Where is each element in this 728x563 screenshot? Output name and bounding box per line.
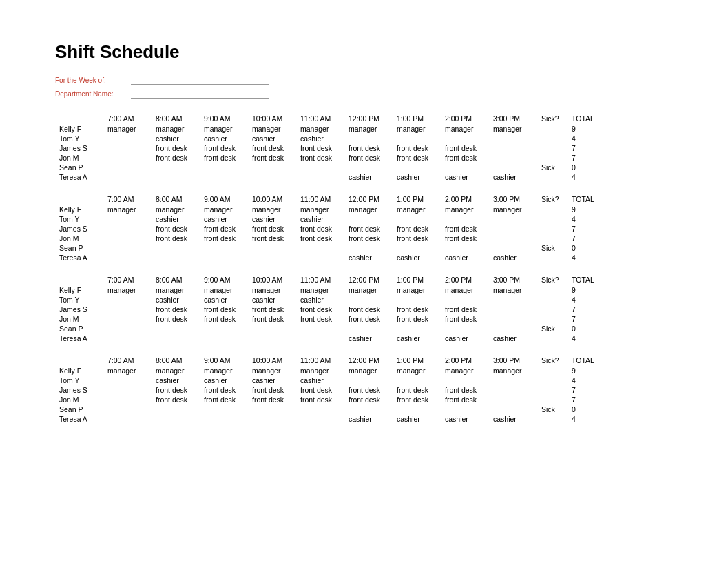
shift-cell-5: [344, 295, 393, 305]
employee-name: Jon M: [55, 153, 103, 163]
shift-cell-7: front desk: [441, 385, 489, 395]
shift-cell-5: front desk: [344, 224, 393, 234]
shift-cell-4: front desk: [296, 224, 344, 234]
shift-cell-9: Sick: [537, 405, 568, 414]
shift-cell-8: [489, 214, 537, 224]
shift-cell-0: [103, 295, 152, 305]
shift-cell-1: front desk: [152, 143, 200, 153]
header-col-8: 3:00 PM: [489, 275, 537, 285]
header-col-6: 1:00 PM: [393, 275, 441, 285]
shift-cell-10: 0: [568, 243, 599, 253]
shift-cell-1: cashier: [152, 134, 200, 143]
shift-cell-8: cashier: [489, 172, 537, 182]
shift-cell-5: front desk: [344, 153, 393, 163]
shift-cell-10: 4: [568, 134, 599, 143]
shift-cell-0: [103, 385, 152, 395]
shift-cell-1: manager: [152, 285, 200, 295]
schedule-block-4: 7:00 AM8:00 AM9:00 AM10:00 AM11:00 AM12:…: [55, 356, 673, 424]
table-row: Kelly Fmanagermanagermanagermanagermanag…: [55, 366, 599, 376]
shift-cell-2: cashier: [200, 376, 248, 385]
header-col-3: 10:00 AM: [248, 194, 296, 205]
shift-cell-0: [103, 153, 152, 163]
shift-cell-7: [441, 324, 489, 334]
shift-cell-6: cashier: [393, 414, 441, 424]
shift-cell-10: 4: [568, 376, 599, 385]
shift-cell-5: [344, 376, 393, 385]
shift-cell-6: [393, 214, 441, 224]
week-input[interactable]: [131, 75, 269, 85]
employee-name: James S: [55, 305, 103, 314]
shift-cell-6: cashier: [393, 172, 441, 182]
shift-cell-2: [200, 172, 248, 182]
table-row: Jon Mfront deskfront deskfront deskfront…: [55, 153, 599, 163]
header-col-8: 3:00 PM: [489, 194, 537, 205]
employee-name: Tom Y: [55, 134, 103, 143]
shift-cell-9: [537, 234, 568, 243]
table-row: Sean PSick0: [55, 324, 599, 334]
shift-cell-0: [103, 324, 152, 334]
shift-cell-1: [152, 414, 200, 424]
shift-cell-0: manager: [103, 124, 152, 134]
header-col-9: Sick?: [537, 275, 568, 285]
shift-cell-9: [537, 214, 568, 224]
shift-cell-9: Sick: [537, 163, 568, 172]
shift-cell-6: [393, 243, 441, 253]
shift-cell-7: manager: [441, 285, 489, 295]
shift-cell-4: [296, 334, 344, 343]
shift-cell-2: front desk: [200, 305, 248, 314]
shift-cell-9: [537, 314, 568, 324]
shift-cell-7: [441, 243, 489, 253]
header-col-8: 3:00 PM: [489, 356, 537, 366]
table-row: Kelly Fmanagermanagermanagermanagermanag…: [55, 124, 599, 134]
shift-cell-7: front desk: [441, 305, 489, 314]
shift-cell-0: [103, 334, 152, 343]
shift-cell-8: [489, 134, 537, 143]
shift-cell-6: front desk: [393, 395, 441, 405]
shift-cell-10: 7: [568, 314, 599, 324]
header-col-10: TOTAL: [568, 114, 599, 124]
shift-cell-1: [152, 172, 200, 182]
shift-cell-5: [344, 243, 393, 253]
shift-cell-3: [248, 334, 296, 343]
shift-cell-7: [441, 214, 489, 224]
shift-cell-1: cashier: [152, 214, 200, 224]
shift-cell-9: [537, 143, 568, 153]
shift-cell-4: manager: [296, 124, 344, 134]
dept-input[interactable]: [131, 89, 269, 99]
shift-cell-10: 4: [568, 414, 599, 424]
table-row: Sean PSick0: [55, 163, 599, 172]
shift-cell-1: [152, 243, 200, 253]
shift-cell-8: manager: [489, 124, 537, 134]
week-label: For the Week of:: [55, 76, 131, 84]
shift-cell-2: manager: [200, 205, 248, 214]
shift-cell-5: [344, 405, 393, 414]
shift-cell-8: cashier: [489, 253, 537, 263]
shift-cell-10: 7: [568, 305, 599, 314]
shift-cell-4: cashier: [296, 376, 344, 385]
shift-cell-3: cashier: [248, 214, 296, 224]
shift-cell-8: [489, 163, 537, 172]
schedule-block-1: 7:00 AM8:00 AM9:00 AM10:00 AM11:00 AM12:…: [55, 114, 673, 182]
shift-cell-9: [537, 334, 568, 343]
shift-cell-3: front desk: [248, 395, 296, 405]
shift-cell-3: [248, 324, 296, 334]
shift-cell-9: [537, 376, 568, 385]
shift-cell-7: [441, 134, 489, 143]
shift-cell-3: front desk: [248, 385, 296, 395]
shift-cell-8: [489, 143, 537, 153]
shift-cell-10: 9: [568, 205, 599, 214]
table-row: Jon Mfront deskfront deskfront deskfront…: [55, 395, 599, 405]
shift-cell-8: manager: [489, 205, 537, 214]
shift-cell-5: front desk: [344, 385, 393, 395]
shift-cell-9: [537, 153, 568, 163]
shift-cell-5: manager: [344, 205, 393, 214]
shift-cell-10: 4: [568, 214, 599, 224]
shift-cell-2: manager: [200, 124, 248, 134]
header-col-6: 1:00 PM: [393, 356, 441, 366]
shift-cell-2: front desk: [200, 385, 248, 395]
shift-cell-6: front desk: [393, 153, 441, 163]
shift-cell-2: [200, 163, 248, 172]
shift-cell-3: front desk: [248, 305, 296, 314]
header-col-10: TOTAL: [568, 194, 599, 205]
employee-name: Teresa A: [55, 172, 103, 182]
